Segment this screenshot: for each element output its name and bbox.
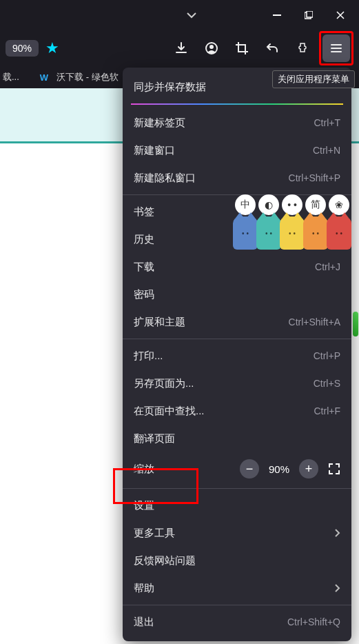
zoom-value: 90% [269,463,289,475]
downloads-button[interactable] [167,34,195,62]
undo-icon [265,41,279,55]
app-menu: 同步并保存数据 新建标签页 Ctrl+T 新建窗口 Ctrl+N 新建隐私窗口 … [123,68,351,641]
menu-report[interactable]: 反馈网站问题 [123,547,351,574]
menu-new-tab[interactable]: 新建标签页 Ctrl+T [123,109,351,137]
toolbar: 90% ★ [0,30,359,66]
menu-separator [123,339,351,339]
menu-label: 同步并保存数据 [134,81,206,94]
crop-icon [235,41,249,55]
menu-zoom: 缩放 − 90% + [123,452,351,485]
menu-addons[interactable]: 扩展和主题 Ctrl+Shift+A [123,308,351,336]
svg-rect-0 [273,14,281,16]
menu-more-tools[interactable]: 更多工具 [123,519,351,547]
zoom-in-button[interactable]: + [299,459,318,479]
ime-cat[interactable]: 简• • [302,194,329,250]
menu-shortcut: Ctrl+Shift+P [289,172,340,183]
account-icon [205,41,218,55]
download-icon [174,41,188,55]
menu-shortcut: Ctrl+N [313,145,340,156]
menu-shortcut: Ctrl+P [314,350,340,361]
undo-button[interactable] [258,34,286,62]
menu-settings[interactable]: 设置 [123,492,351,519]
menu-new-private[interactable]: 新建隐私窗口 Ctrl+Shift+P [123,164,351,192]
extensions-button[interactable] [289,34,316,62]
app-menu-tooltip: 关闭应用程序菜单 [272,70,355,88]
menu-translate[interactable]: 翻译页面 [123,425,351,452]
ime-mascot-overlay: 中• • ◐• • • •• • 简• • ❀• • [235,194,352,250]
menu-print[interactable]: 打印... Ctrl+P [123,342,351,370]
ime-cat[interactable]: ◐• • [256,194,282,250]
maximize-button[interactable] [293,0,325,30]
app-menu-button[interactable] [322,34,350,62]
menu-downloads[interactable]: 下载 Ctrl+J [123,253,351,281]
menu-label: 翻译页面 [134,432,175,445]
fullscreen-icon [328,463,340,475]
scroll-indicator[interactable] [353,312,358,336]
zoom-indicator[interactable]: 90% [6,40,39,57]
menu-label: 帮助 [134,582,154,595]
ime-cat[interactable]: 中• • [232,194,258,250]
zoom-out-button[interactable]: − [240,459,259,479]
menu-label: 缩放 [134,463,230,476]
bookmark-star-icon[interactable]: ★ [45,39,59,57]
menu-label: 书签 [134,205,154,219]
hamburger-icon [330,42,342,54]
menu-label: 更多工具 [134,527,175,540]
minimize-icon [273,11,281,19]
close-icon [336,11,345,19]
menu-label: 退出 [134,616,154,629]
menu-label: 设置 [134,499,154,512]
ime-cat[interactable]: • •• • [279,194,305,250]
menu-help[interactable]: 帮助 [123,574,351,602]
titlebar [0,0,359,30]
menu-label: 反馈网站问题 [134,554,196,567]
tabs-dropdown-button[interactable] [179,3,204,28]
ime-cat[interactable]: ❀• • [326,194,352,250]
menu-passwords[interactable]: 密码 [123,281,351,308]
menu-label: 新建窗口 [134,144,175,157]
menu-label: 新建隐私窗口 [134,172,196,185]
menu-shortcut: Ctrl+J [315,261,340,272]
menu-shortcut: Ctrl+Shift+Q [287,616,340,627]
bookmark-item[interactable]: 沃下载 - 绿色软 [57,71,119,83]
svg-point-4 [209,45,214,49]
chevron-right-icon [334,583,340,593]
menu-shortcut: Ctrl+Shift+A [289,316,340,328]
puzzle-icon [296,41,309,55]
menu-label: 历史 [134,233,154,246]
menu-new-window[interactable]: 新建窗口 Ctrl+N [123,137,351,164]
menu-label: 在页面中查找... [134,405,205,418]
menu-shortcut: Ctrl+S [314,378,340,389]
menu-shortcut: Ctrl+T [314,117,341,128]
chevron-right-icon [334,528,340,538]
menu-separator [123,605,351,605]
menu-separator [123,488,351,489]
menu-label: 另存页面为... [134,377,194,390]
bookmark-item[interactable]: 载... [3,71,19,83]
svg-rect-2 [307,11,313,17]
menu-quit[interactable]: 退出 Ctrl+Shift+Q [123,608,351,636]
menu-label: 新建标签页 [134,117,185,130]
menu-label: 打印... [134,350,163,363]
menu-find[interactable]: 在页面中查找... Ctrl+F [123,397,351,425]
menu-shortcut: Ctrl+F [314,405,341,416]
app-menu-button-highlight [319,31,353,66]
gradient-separator [131,103,343,105]
minimize-button[interactable] [261,0,293,30]
menu-label: 密码 [134,288,154,301]
chevron-down-icon [186,10,197,21]
bookmark-favicon: W [40,72,48,83]
menu-save-as[interactable]: 另存页面为... Ctrl+S [123,370,351,397]
fullscreen-button[interactable] [328,463,340,475]
maximize-icon [305,11,313,19]
screenshot-button[interactable] [228,34,256,62]
account-button[interactable] [198,34,225,62]
close-button[interactable] [325,0,356,30]
menu-label: 扩展和主题 [134,316,185,329]
menu-label: 下载 [134,261,154,274]
